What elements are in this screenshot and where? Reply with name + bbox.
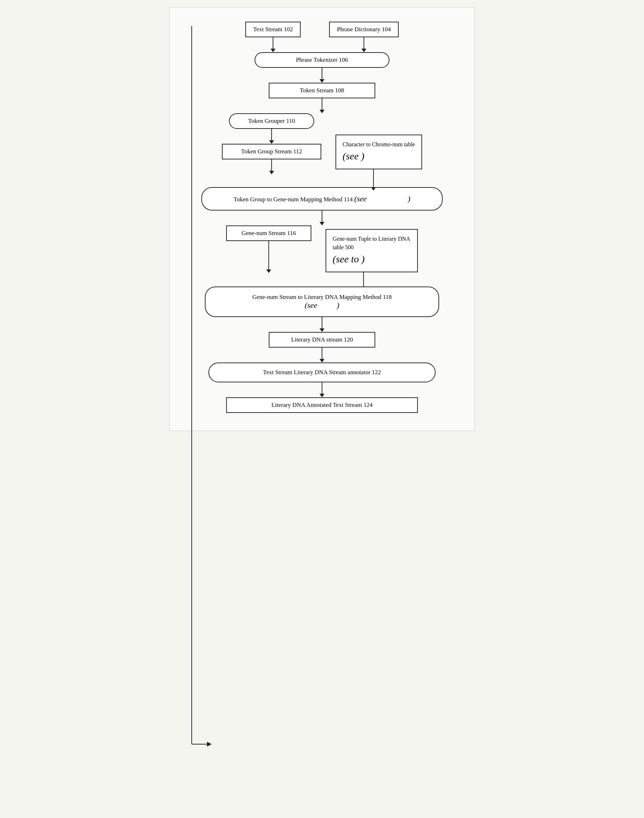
arrow-line-7 [373,169,374,187]
arrow-head-2 [362,49,366,52]
arrow-line-6 [271,159,272,171]
gene-stream-box: Gene-num Stream 116 [226,225,311,241]
token-stream-box: Token Stream 108 [269,83,375,98]
phrase-tokenizer-section: Phrase Tokenizer 106 [180,52,464,83]
mapping-see: (see ) [354,194,410,203]
arrow-head-11 [319,328,325,332]
char-table-note: (see ) [343,150,364,162]
annotated-stream-box: Literary DNA Annotated Text Stream 124 [226,397,418,413]
phrase-dictionary-box: Phrase Dictionary 104 [329,21,399,37]
arrow-line-8 [322,211,322,222]
arrow-head-4 [319,110,325,113]
char-table-box: Character to Chromo-num table (see ) [336,135,422,169]
arrow-line-12 [322,348,322,359]
gene-stream-section: Gene-num Stream 116 Gene-num Tuple to Li… [180,225,464,290]
diagram-container: Text Stream 102 Phrase Dictionary 104 Ph… [169,7,475,431]
arrow-line-10 [363,272,364,286]
arrow-head-7 [371,187,376,191]
annotated-stream-section: Literary DNA Annotated Text Stream 124 [180,397,464,413]
token-grouper-section: Token Grouper 110 Token Group Stream 112… [180,113,464,191]
dna-mapping-section: Gene-num Stream to Literary DNA Mapping … [180,286,464,332]
arrow-head-5 [269,140,274,144]
token-stream-section: Token Stream 108 [180,83,464,113]
annotator-box: Text Stream Literary DNA Stream annotato… [209,363,435,382]
arrow-line-2 [363,37,364,49]
arrow-head-8 [319,222,325,225]
arrow-head-9 [266,270,271,273]
gene-stream-col: Gene-num Stream 116 [226,225,311,273]
top-inputs-row: Text Stream 102 Phrase Dictionary 104 [180,21,464,52]
token-grouper-box: Token Grouper 110 [229,113,314,129]
dna-mapping-note: (see ) [216,301,428,310]
phrase-tokenizer-box: Phrase Tokenizer 106 [255,52,389,68]
arrow-line-4 [322,98,322,110]
gene-tuple-box: Gene-num Tuple to Literary DNA table 500… [325,229,418,272]
mapping-method-label: Token Group to Gene-num Mapping Method 1… [234,196,353,203]
literary-dna-stream-box: Literary DNA stream 120 [269,332,375,348]
token-grouper-col: Token Grouper 110 Token Group Stream 112 [222,113,321,174]
arrow-line-3 [322,68,322,79]
dna-mapping-box: Gene-num Stream to Literary DNA Mapping … [205,286,439,317]
svg-marker-2 [207,742,212,747]
arrow-line-11 [322,317,322,328]
literary-dna-section: Literary DNA stream 120 [180,332,464,363]
arrow-line-1 [273,37,273,49]
arrow-line-13 [322,382,322,394]
char-table-col: Character to Chromo-num table (see ) [336,135,422,191]
char-table-arrow [371,169,376,191]
gene-tuple-title: Gene-num Tuple to Literary DNA table 500 [333,236,410,250]
arrow-head-1 [270,49,276,52]
arrow-head-12 [319,359,325,363]
token-group-stream-box: Token Group Stream 112 [222,144,321,159]
char-table-title: Character to Chromo-num table [343,141,415,147]
text-stream-col: Text Stream 102 [245,21,301,52]
arrow-head-13 [319,394,325,397]
gene-tuple-col: Gene-num Tuple to Literary DNA table 500… [325,229,418,290]
arrow-line-5 [271,129,272,140]
arrow-head-6 [269,171,274,174]
arrow-line-9 [268,241,269,270]
text-stream-box: Text Stream 102 [245,21,301,37]
arrow-head-3 [319,79,325,83]
annotator-section: Text Stream Literary DNA Stream annotato… [180,363,464,397]
mapping-section: Token Group to Gene-num Mapping Method 1… [180,187,464,225]
phrase-dict-col: Phrase Dictionary 104 [329,21,399,52]
gene-tuple-note: (see to ) [333,253,365,265]
dna-mapping-label: Gene-num Stream to Literary DNA Mapping … [216,294,428,301]
